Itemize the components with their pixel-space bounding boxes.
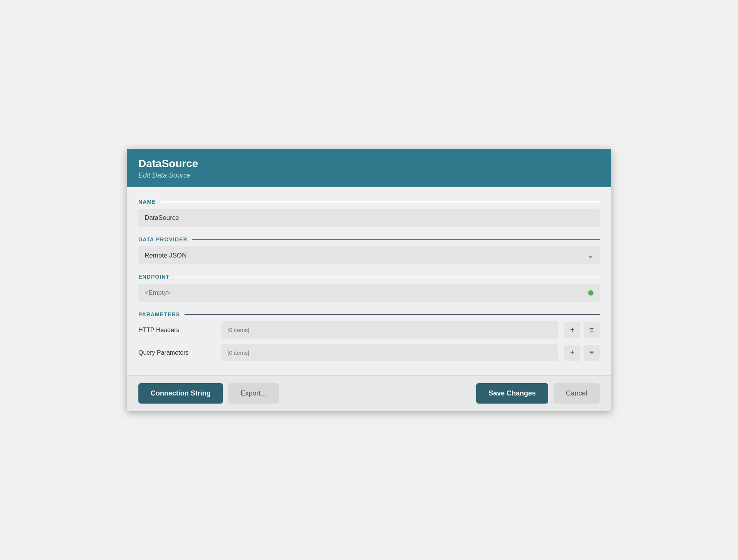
http-headers-label: HTTP Headers bbox=[138, 327, 215, 334]
name-label-line bbox=[161, 202, 600, 203]
data-provider-select[interactable]: Remote JSON SQL REST API Local JSON bbox=[138, 246, 600, 264]
endpoint-input-wrapper bbox=[138, 284, 600, 302]
data-provider-label-text: DATA PROVIDER bbox=[138, 236, 188, 243]
endpoint-label-text: ENDPOINT bbox=[138, 274, 170, 280]
parameters-section: PARAMETERS HTTP Headers + ≡ Query Parame… bbox=[138, 311, 600, 361]
query-parameters-add-button[interactable]: + bbox=[564, 345, 580, 361]
dialog-subtitle: Edit Data Source bbox=[138, 171, 600, 179]
footer-left: Connection String Export... bbox=[138, 383, 279, 404]
data-provider-section: DATA PROVIDER Remote JSON SQL REST API L… bbox=[138, 236, 600, 264]
endpoint-label-line bbox=[174, 277, 600, 278]
parameters-label-line bbox=[184, 314, 600, 315]
query-parameters-actions: + ≡ bbox=[564, 345, 600, 361]
name-input[interactable] bbox=[138, 209, 600, 227]
parameters-label-text: PARAMETERS bbox=[138, 311, 180, 317]
name-section-label: NAME bbox=[138, 199, 600, 205]
connection-string-button[interactable]: Connection String bbox=[138, 383, 223, 404]
data-provider-select-wrapper: Remote JSON SQL REST API Local JSON ⌄ bbox=[138, 246, 600, 264]
dialog-footer: Connection String Export... Save Changes… bbox=[127, 375, 611, 411]
footer-right: Save Changes Cancel bbox=[476, 383, 600, 404]
edit-datasource-dialog: DataSource Edit Data Source NAME DATA PR… bbox=[127, 149, 611, 412]
query-parameters-label: Query Parameters bbox=[138, 349, 215, 356]
dialog-header: DataSource Edit Data Source bbox=[127, 149, 611, 188]
dialog-body: NAME DATA PROVIDER Remote JSON SQL REST … bbox=[127, 187, 611, 375]
data-provider-label-line bbox=[192, 239, 600, 240]
http-headers-add-button[interactable]: + bbox=[564, 322, 580, 338]
cancel-button[interactable]: Cancel bbox=[554, 383, 600, 404]
name-label-text: NAME bbox=[138, 199, 156, 205]
name-section: NAME bbox=[138, 199, 600, 227]
http-headers-row: HTTP Headers + ≡ bbox=[138, 321, 600, 339]
dialog-title: DataSource bbox=[138, 157, 600, 170]
endpoint-section: ENDPOINT bbox=[138, 274, 600, 302]
endpoint-section-label: ENDPOINT bbox=[138, 274, 600, 280]
http-headers-input[interactable] bbox=[221, 321, 558, 339]
http-headers-actions: + ≡ bbox=[564, 322, 600, 338]
http-headers-menu-button[interactable]: ≡ bbox=[583, 322, 600, 338]
data-provider-section-label: DATA PROVIDER bbox=[138, 236, 600, 243]
endpoint-status-dot bbox=[588, 290, 593, 296]
query-parameters-menu-button[interactable]: ≡ bbox=[583, 345, 600, 361]
query-parameters-row: Query Parameters + ≡ bbox=[138, 344, 600, 361]
endpoint-input[interactable] bbox=[138, 284, 600, 302]
query-parameters-input[interactable] bbox=[221, 344, 558, 361]
parameters-section-label: PARAMETERS bbox=[138, 311, 600, 317]
export-button[interactable]: Export... bbox=[228, 383, 279, 404]
save-changes-button[interactable]: Save Changes bbox=[476, 383, 548, 404]
